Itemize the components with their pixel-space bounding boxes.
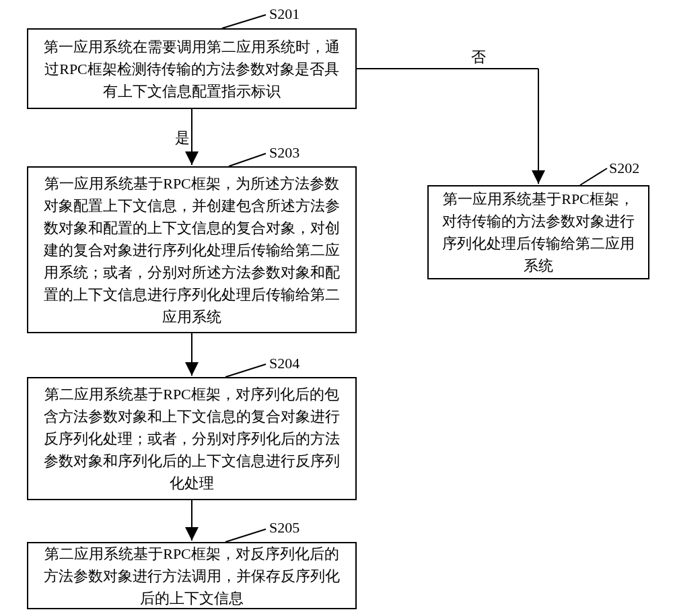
svg-line-7 bbox=[225, 364, 266, 377]
step-s204: 第二应用系统基于RPC框架，对序列化后的包含方法参数对象和上下文信息的复合对象进… bbox=[27, 377, 357, 500]
label-s201: S201 bbox=[269, 5, 299, 23]
svg-line-5 bbox=[580, 168, 607, 185]
label-s205: S205 bbox=[269, 519, 299, 537]
label-s202: S202 bbox=[609, 160, 639, 177]
step-s205-text: 第二应用系统基于RPC框架，对反序列化后的方法参数对象进行方法调用，并保存反序列… bbox=[39, 543, 345, 609]
edge-yes: 是 bbox=[175, 128, 190, 148]
step-s205: 第二应用系统基于RPC框架，对反序列化后的方法参数对象进行方法调用，并保存反序列… bbox=[27, 542, 357, 609]
svg-line-4 bbox=[229, 153, 266, 166]
flowchart-canvas: 第一应用系统在需要调用第二应用系统时，通过RPC框架检测待传输的方法参数对象是否… bbox=[0, 0, 673, 616]
step-s203-text: 第一应用系统基于RPC框架，为所述方法参数对象配置上下文信息，并创建包含所述方法… bbox=[39, 172, 345, 328]
step-s204-text: 第二应用系统基于RPC框架，对序列化后的包含方法参数对象和上下文信息的复合对象进… bbox=[39, 383, 345, 494]
step-s203: 第一应用系统基于RPC框架，为所述方法参数对象配置上下文信息，并创建包含所述方法… bbox=[27, 166, 357, 333]
step-s202: 第一应用系统基于RPC框架，对待传输的方法参数对象进行序列化处理后传输给第二应用… bbox=[427, 185, 649, 279]
step-s201-text: 第一应用系统在需要调用第二应用系统时，通过RPC框架检测待传输的方法参数对象是否… bbox=[39, 36, 345, 102]
step-s202-text: 第一应用系统基于RPC框架，对待传输的方法参数对象进行序列化处理后传输给第二应用… bbox=[439, 188, 637, 277]
label-s204: S204 bbox=[269, 355, 299, 372]
step-s201: 第一应用系统在需要调用第二应用系统时，通过RPC框架检测待传输的方法参数对象是否… bbox=[27, 28, 357, 109]
svg-line-0 bbox=[222, 15, 266, 28]
edge-no: 否 bbox=[471, 47, 486, 67]
svg-line-9 bbox=[225, 529, 266, 542]
label-s203: S203 bbox=[269, 144, 299, 162]
